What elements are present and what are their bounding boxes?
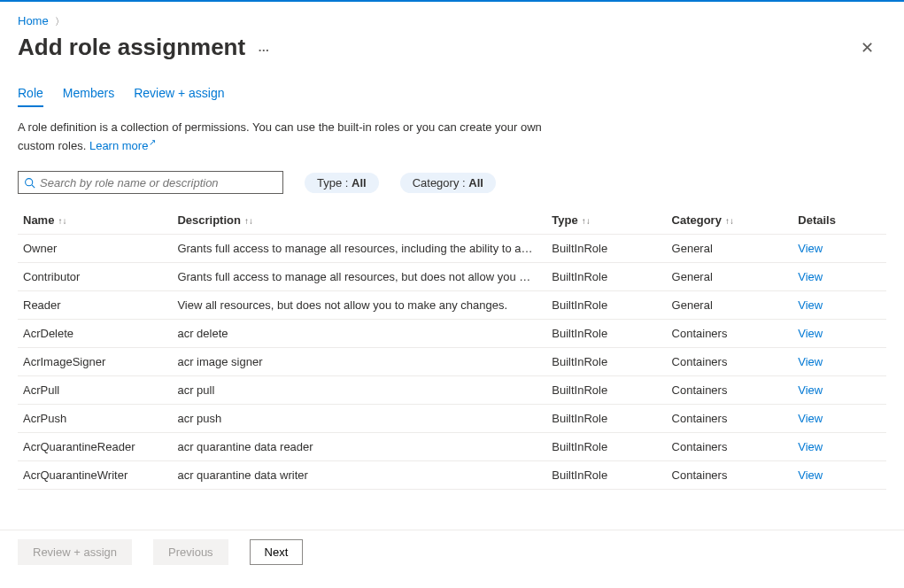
close-icon[interactable]: ✕ [854, 35, 881, 61]
role-type: BuiltInRole [546, 320, 666, 348]
role-description: Grants full access to manage all resourc… [172, 235, 546, 263]
page-title: Add role assignment [18, 34, 245, 61]
table-row[interactable]: OwnerGrants full access to manage all re… [18, 235, 886, 263]
info-text: A role definition is a collection of per… [18, 120, 558, 155]
filter-row: Type : All Category : All [18, 171, 886, 194]
role-category: Containers [667, 405, 793, 433]
view-link[interactable]: View [798, 383, 823, 397]
table-row[interactable]: ReaderView all resources, but does not a… [18, 291, 886, 320]
chevron-right-icon: 〉 [55, 16, 65, 27]
role-category: Containers [667, 320, 793, 348]
col-details: Details [792, 206, 886, 235]
next-button[interactable]: Next [250, 539, 304, 565]
table-row[interactable]: ContributorGrants full access to manage … [18, 263, 886, 291]
col-description[interactable]: Description↑↓ [172, 206, 546, 235]
view-link[interactable]: View [798, 327, 823, 340]
tab-review-assign[interactable]: Review + assign [134, 86, 224, 107]
role-name: AcrDelete [18, 320, 172, 348]
role-description: acr pull [172, 376, 546, 405]
footer-bar: Review + assign Previous Next [0, 530, 904, 574]
role-type: BuiltInRole [546, 348, 666, 376]
view-link[interactable]: View [798, 298, 823, 312]
role-description: acr quarantine data reader [172, 433, 546, 461]
filter-type[interactable]: Type : All [305, 173, 379, 193]
svg-line-1 [32, 184, 35, 187]
search-input[interactable] [40, 176, 277, 190]
role-category: Containers [667, 461, 793, 490]
role-category: Containers [667, 348, 793, 376]
role-type: BuiltInRole [546, 405, 666, 433]
role-type: BuiltInRole [546, 235, 666, 263]
role-category: Containers [667, 376, 793, 405]
learn-more-link[interactable]: Learn more↗ [89, 139, 156, 152]
role-description: acr image signer [172, 348, 546, 376]
role-name: Contributor [18, 263, 172, 291]
table-row[interactable]: AcrImageSigneracr image signerBuiltInRol… [18, 348, 886, 376]
role-name: AcrQuarantineWriter [18, 461, 172, 490]
view-link[interactable]: View [798, 412, 823, 425]
col-type[interactable]: Type↑↓ [546, 206, 666, 235]
horizontal-scrollbar[interactable] [0, 574, 904, 588]
search-icon [24, 177, 35, 189]
role-category: Containers [667, 433, 793, 461]
header: Add role assignment … ✕ [0, 34, 904, 68]
sort-icon: ↑↓ [244, 216, 253, 226]
view-link[interactable]: View [798, 242, 823, 255]
table-row[interactable]: AcrQuarantineReaderacr quarantine data r… [18, 433, 886, 461]
role-name: AcrQuarantineReader [18, 433, 172, 461]
table-row[interactable]: AcrPushacr pushBuiltInRoleContainersView [18, 405, 886, 433]
table-row[interactable]: AcrQuarantineWriteracr quarantine data w… [18, 461, 886, 490]
role-name: AcrPull [18, 376, 172, 405]
role-category: General [667, 291, 793, 320]
view-link[interactable]: View [798, 270, 823, 283]
svg-point-0 [26, 178, 33, 185]
roles-table: Name↑↓ Description↑↓ Type↑↓ Category↑↓ D… [18, 206, 886, 490]
sort-icon: ↑↓ [58, 216, 66, 226]
role-description: acr delete [172, 320, 546, 348]
role-description: View all resources, but does not allow y… [172, 291, 546, 320]
table-row[interactable]: AcrDeleteacr deleteBuiltInRoleContainers… [18, 320, 886, 348]
role-description: acr quarantine data writer [172, 461, 546, 490]
search-input-wrap[interactable] [18, 171, 283, 194]
col-category[interactable]: Category↑↓ [667, 206, 793, 235]
role-type: BuiltInRole [546, 263, 666, 291]
filter-category[interactable]: Category : All [400, 173, 496, 193]
tabs: Role Members Review + assign [18, 86, 886, 107]
col-name[interactable]: Name↑↓ [18, 206, 172, 235]
role-description: Grants full access to manage all resourc… [172, 263, 546, 291]
sort-icon: ↑↓ [725, 216, 734, 226]
role-name: Reader [18, 291, 172, 320]
view-link[interactable]: View [798, 440, 823, 453]
external-link-icon: ↗ [149, 137, 156, 147]
role-name: AcrImageSigner [18, 348, 172, 376]
role-name: Owner [18, 235, 172, 263]
role-category: General [667, 235, 793, 263]
sort-icon: ↑↓ [582, 216, 591, 226]
role-type: BuiltInRole [546, 461, 666, 490]
role-name: AcrPush [18, 405, 172, 433]
breadcrumb-home[interactable]: Home [18, 14, 49, 27]
tab-members[interactable]: Members [63, 86, 114, 107]
previous-button: Previous [153, 539, 228, 565]
more-icon[interactable]: … [258, 41, 271, 54]
role-type: BuiltInRole [546, 291, 666, 320]
view-link[interactable]: View [798, 355, 823, 368]
role-type: BuiltInRole [546, 433, 666, 461]
breadcrumb: Home 〉 [0, 2, 904, 34]
role-category: General [667, 263, 793, 291]
role-description: acr push [172, 405, 546, 433]
role-type: BuiltInRole [546, 376, 666, 405]
view-link[interactable]: View [798, 468, 823, 482]
review-assign-button: Review + assign [18, 539, 132, 565]
main-scroll[interactable]: Role Members Review + assign A role defi… [0, 68, 904, 530]
table-row[interactable]: AcrPullacr pullBuiltInRoleContainersView [18, 376, 886, 405]
tab-role[interactable]: Role [18, 86, 43, 107]
